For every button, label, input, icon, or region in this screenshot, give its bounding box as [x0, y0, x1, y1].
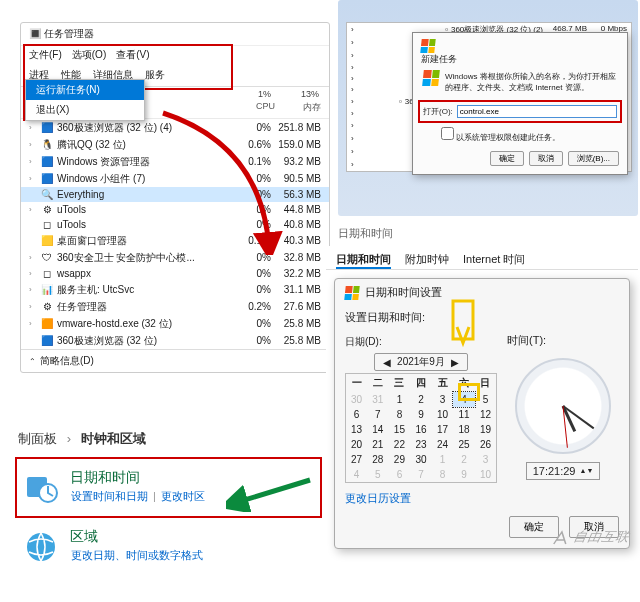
spinner-icon[interactable]: ▲▼	[579, 468, 593, 474]
date-label: 日期(D):	[345, 335, 382, 349]
change-calendar-link[interactable]: 更改日历设置	[345, 483, 411, 506]
ok-button[interactable]: 确定	[490, 151, 524, 166]
prev-month-icon[interactable]: ◀	[383, 357, 391, 368]
calendar-day[interactable]: 8	[432, 467, 454, 483]
calendar-day[interactable]: 14	[367, 422, 389, 437]
browse-button[interactable]: 浏览(B)...	[568, 151, 619, 166]
calendar-day[interactable]: 7	[410, 467, 432, 483]
calendar-day[interactable]: 6	[389, 467, 411, 483]
calendar-day[interactable]: 1	[432, 452, 454, 467]
ok-button[interactable]: 确定	[509, 516, 559, 538]
process-row[interactable]: 🟨桌面窗口管理器0.1%40.3 MB	[21, 232, 329, 249]
calendar-day[interactable]: 3	[432, 392, 454, 407]
process-name: 腾讯QQ (32 位)	[57, 138, 221, 152]
menu-exit[interactable]: 退出(X)	[26, 100, 144, 120]
process-row[interactable]: 🔍Everything0%56.3 MB	[21, 187, 329, 202]
calendar-day[interactable]: 17	[432, 422, 454, 437]
calendar-day[interactable]: 10	[475, 467, 497, 483]
calendar-day[interactable]: 15	[389, 422, 411, 437]
app-icon: 🔍	[41, 189, 53, 201]
mem-cell: 44.8 MB	[275, 204, 321, 215]
calendar-day[interactable]: 24	[432, 437, 454, 452]
windows-logo-icon	[422, 70, 440, 86]
tab-internet-time[interactable]: Internet 时间	[463, 252, 525, 269]
calendar-day[interactable]: 2	[410, 392, 432, 407]
app-icon: 🟦	[41, 122, 53, 134]
control-panel-card[interactable]: 区域更改日期、时间或数字格式	[16, 517, 321, 576]
tab-additional-clocks[interactable]: 附加时钟	[405, 252, 449, 269]
calendar-day[interactable]: 18	[453, 422, 475, 437]
process-list: ›🟦360极速浏览器 (32 位) (4)0%251.8 MB›🐧腾讯QQ (3…	[21, 119, 329, 349]
card-link[interactable]: 设置时间和日期	[70, 490, 149, 502]
process-row[interactable]: ›🐧腾讯QQ (32 位)0.6%159.0 MB	[21, 136, 329, 153]
tab-date-time[interactable]: 日期和时间	[336, 252, 391, 269]
chevron-right-icon: ›	[29, 269, 37, 278]
toggle-details[interactable]: ⌃ 简略信息(D)	[21, 349, 329, 372]
calendar-day[interactable]: 9	[453, 467, 475, 483]
process-name: Windows 资源管理器	[57, 155, 221, 169]
calendar-day[interactable]: 12	[475, 407, 497, 422]
menu-run-new-task[interactable]: 运行新任务(N)	[26, 80, 144, 100]
calendar-day[interactable]: 19	[475, 422, 497, 437]
calendar-day[interactable]: 20	[346, 437, 368, 452]
process-row[interactable]: ›🟦Windows 资源管理器0.1%93.2 MB	[21, 153, 329, 170]
col-cpu[interactable]: CPU	[229, 101, 275, 114]
calendar-day[interactable]: 4	[346, 467, 368, 483]
time-input[interactable]: 17:21:29 ▲▼	[526, 462, 601, 480]
card-link[interactable]: 更改时区	[160, 490, 206, 502]
tutorial-arrow-green	[226, 472, 316, 512]
calendar-day[interactable]: 2	[453, 452, 475, 467]
process-row[interactable]: ›🟦Windows 小组件 (7)0%90.5 MB	[21, 170, 329, 187]
process-row[interactable]: ›⚙uTools0%44.8 MB	[21, 202, 329, 217]
next-month-icon[interactable]: ▶	[451, 357, 459, 368]
calendar-day[interactable]: 9	[410, 407, 432, 422]
process-row[interactable]: ›🟧vmware-hostd.exe (32 位)0%25.8 MB	[21, 315, 329, 332]
cancel-button[interactable]: 取消	[529, 151, 563, 166]
dialog-title: 新建任务	[421, 39, 619, 70]
calendar-day[interactable]: 5	[367, 467, 389, 483]
calendar-day[interactable]: 8	[389, 407, 411, 422]
process-row[interactable]: ›⚙任务管理器0.2%27.6 MB	[21, 298, 329, 315]
window-title: 🔳 任务管理器	[21, 23, 329, 46]
app-icon: 🔳	[29, 28, 41, 39]
calendar-day[interactable]: 26	[475, 437, 497, 452]
open-input[interactable]	[457, 105, 617, 118]
calendar-day[interactable]: 13	[346, 422, 368, 437]
calendar-day[interactable]: 30	[410, 452, 432, 467]
calendar-day[interactable]: 3	[475, 452, 497, 467]
admin-checkbox-row[interactable]: 以系统管理权限创建此任务。	[421, 125, 619, 147]
card-links: 更改日期、时间或数字格式	[70, 546, 204, 563]
calendar-day[interactable]: 10	[432, 407, 454, 422]
calendar-day[interactable]: 29	[389, 452, 411, 467]
calendar-day[interactable]: 28	[367, 452, 389, 467]
calendar-day[interactable]: 27	[346, 452, 368, 467]
process-row[interactable]: ◻uTools0%40.8 MB	[21, 217, 329, 232]
process-row[interactable]: 🟦360极速浏览器 (32 位)0%25.8 MB	[21, 332, 329, 349]
calendar-day[interactable]: 7	[367, 407, 389, 422]
calendar-day[interactable]: 31	[367, 392, 389, 407]
calendar-day[interactable]: 23	[410, 437, 432, 452]
process-row[interactable]: ›🛡360安全卫士 安全防护中心模...0%32.8 MB	[21, 249, 329, 266]
chevron-up-icon: ⌃	[29, 357, 36, 366]
calendar-day[interactable]: 25	[453, 437, 475, 452]
app-icon: 📊	[41, 284, 53, 296]
process-row[interactable]: ›◻wsappx0%32.2 MB	[21, 266, 329, 281]
calendar-day[interactable]: 30	[346, 392, 368, 407]
process-row[interactable]: ›📊服务主机: UtcSvc0%31.1 MB	[21, 281, 329, 298]
process-row[interactable]: ›🟦360极速浏览器 (32 位) (4)0%251.8 MB	[21, 119, 329, 136]
calendar-day[interactable]: 11	[453, 407, 475, 422]
admin-checkbox[interactable]	[441, 127, 454, 140]
month-caption[interactable]: 2021年9月	[397, 355, 445, 369]
card-link[interactable]: 更改日期、时间或数字格式	[70, 549, 204, 561]
col-mem[interactable]: 内存	[275, 101, 321, 114]
chevron-right-icon: ›	[29, 253, 37, 262]
card-title: 日期和时间	[70, 469, 206, 487]
card-title: 区域	[70, 528, 204, 546]
analog-clock	[515, 358, 611, 454]
calendar-day[interactable]: 6	[346, 407, 368, 422]
calendar-day[interactable]: 21	[367, 437, 389, 452]
calendar-day[interactable]: 16	[410, 422, 432, 437]
calendar-day[interactable]: 22	[389, 437, 411, 452]
calendar-day[interactable]: 1	[389, 392, 411, 407]
app-icon: 🛡	[41, 252, 53, 264]
